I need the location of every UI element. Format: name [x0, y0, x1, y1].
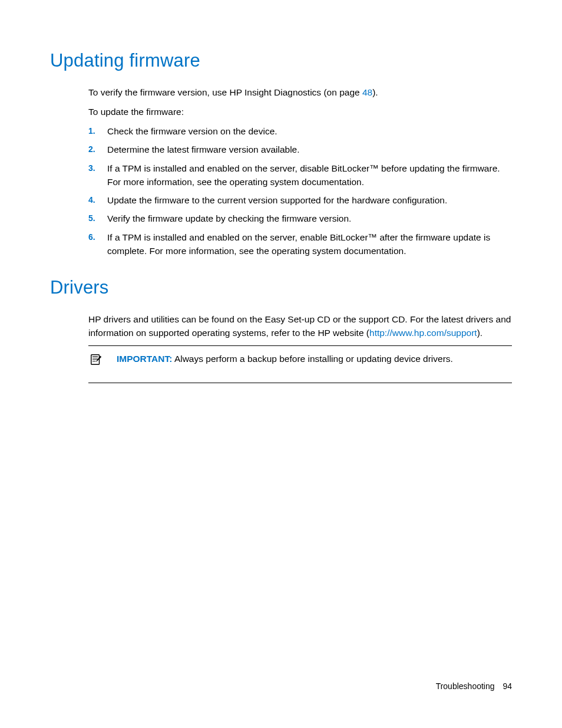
- step-number: 2.: [88, 143, 107, 156]
- step-number: 4.: [88, 193, 107, 206]
- note-pencil-icon: [90, 353, 103, 366]
- intro-pre-text: To verify the firmware version, use HP I…: [88, 87, 362, 97]
- list-item: 2. Determine the latest firmware version…: [88, 143, 512, 156]
- important-note-block: IMPORTANT: Always perform a backup befor…: [88, 345, 512, 383]
- page-link-48[interactable]: 48: [362, 87, 372, 97]
- list-item: 1. Check the firmware version on the dev…: [88, 124, 512, 138]
- drivers-paragraph: HP drivers and utilities can be found on…: [88, 312, 512, 340]
- step-text: If a TPM is installed and enabled on the…: [107, 162, 512, 189]
- step-text: If a TPM is installed and enabled on the…: [107, 230, 512, 258]
- list-item: 4. Update the firmware to the current ve…: [88, 193, 512, 207]
- drivers-post-text: ).: [477, 328, 482, 338]
- list-item: 6. If a TPM is installed and enabled on …: [88, 230, 512, 258]
- step-number: 1.: [88, 124, 107, 137]
- important-text: Always perform a backup before installin…: [172, 354, 452, 364]
- footer-section-name: Troubleshooting: [436, 681, 495, 691]
- hp-support-link[interactable]: http://www.hp.com/support: [369, 328, 477, 338]
- step-number: 5.: [88, 212, 107, 225]
- step-text: Check the firmware version on the device…: [107, 124, 512, 138]
- page-footer: Troubleshooting 94: [436, 680, 512, 693]
- heading-drivers: Drivers: [50, 274, 512, 302]
- step-number: 6.: [88, 230, 107, 243]
- firmware-steps-list: 1. Check the firmware version on the dev…: [88, 124, 512, 258]
- step-text: Update the firmware to the current versi…: [107, 193, 512, 207]
- list-item: 5. Verify the firmware update by checkin…: [88, 212, 512, 225]
- step-text: Determine the latest firmware version av…: [107, 143, 512, 156]
- intro-post-text: ).: [372, 87, 378, 97]
- heading-updating-firmware: Updating firmware: [50, 47, 512, 75]
- step-number: 3.: [88, 162, 107, 174]
- important-label: IMPORTANT:: [117, 354, 172, 364]
- intro-paragraph: To verify the firmware version, use HP I…: [88, 85, 512, 99]
- step-text: Verify the firmware update by checking t…: [107, 212, 512, 225]
- update-firmware-lead: To update the firmware:: [88, 105, 512, 118]
- footer-page-number: 94: [503, 681, 512, 691]
- list-item: 3. If a TPM is installed and enabled on …: [88, 162, 512, 189]
